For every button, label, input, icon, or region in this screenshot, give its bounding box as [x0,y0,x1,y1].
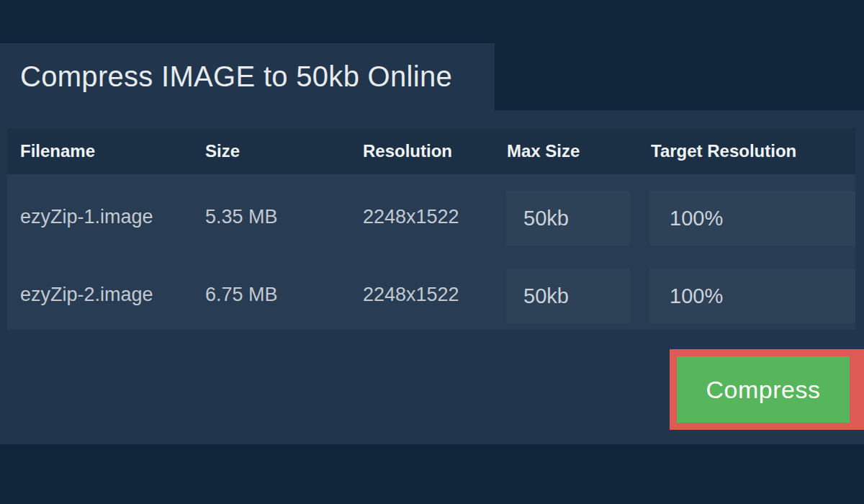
column-header-size: Size [192,141,350,161]
resolution-cell: 2248x1522 [350,284,494,306]
target-resolution-cell: 100% [638,264,855,318]
table-header-row: Filename Size Resolution Max Size Target… [7,128,855,174]
target-resolution-cell: 100% [638,186,855,240]
column-header-target-resolution: Target Resolution [638,141,855,161]
max-size-cell: 50kb [494,264,638,318]
size-cell: 5.35 MB [192,206,350,228]
resolution-cell: 2248x1522 [350,206,494,228]
target-resolution-select[interactable]: 100% [649,191,855,246]
max-size-select[interactable]: 50kb [506,191,630,246]
compress-button[interactable]: Compress [677,356,850,423]
max-size-select[interactable]: 50kb [506,269,630,323]
table-body: ezyZip-1.image 5.35 MB 2248x1522 50kb 10… [7,174,855,330]
size-cell: 6.75 MB [192,284,350,306]
file-table: Filename Size Resolution Max Size Target… [7,128,855,330]
bottom-bar [0,444,864,504]
filename-cell: ezyZip-1.image [7,206,192,228]
top-bar [0,0,864,43]
page-title: Compress IMAGE to 50kb Online [0,60,452,93]
table-row: ezyZip-2.image 6.75 MB 2248x1522 50kb 10… [7,252,855,330]
column-header-max-size: Max Size [494,141,638,161]
column-header-filename: Filename [7,141,192,161]
max-size-cell: 50kb [494,186,638,240]
compress-button-highlight: Compress [670,349,864,430]
column-header-resolution: Resolution [350,141,494,161]
table-row: ezyZip-1.image 5.35 MB 2248x1522 50kb 10… [7,174,855,252]
target-resolution-select[interactable]: 100% [649,269,855,323]
filename-cell: ezyZip-2.image [7,284,192,306]
page-header: Compress IMAGE to 50kb Online [0,43,495,110]
